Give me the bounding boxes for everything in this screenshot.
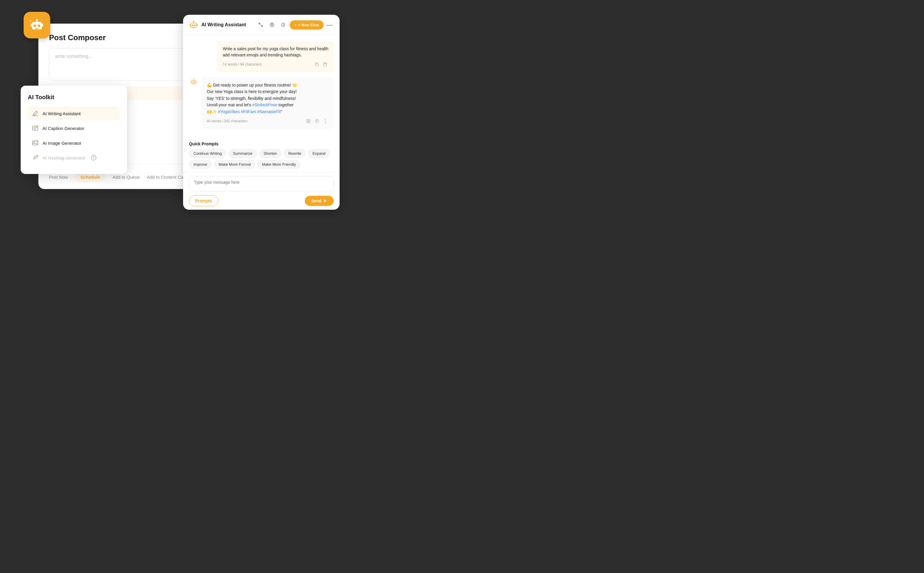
ai-message-meta: 40 words / 242 characters [207,119,247,123]
svg-text:✦: ✦ [41,19,43,21]
resize-icon-btn[interactable] [256,20,266,30]
toolkit-item-image[interactable]: AI Image Generator [28,136,120,150]
hashtag-link-2[interactable]: #YogaVibes [218,109,240,114]
toolkit-label-image: AI Image Generator [42,141,81,146]
svg-point-5 [36,19,38,21]
ai-bubble-actions: ⋮ [305,118,328,124]
writing-icon [32,110,38,117]
copy-icon-ai[interactable] [314,118,321,124]
save-icon[interactable] [322,61,328,67]
svg-point-20 [194,25,196,26]
toolkit-label-writing: AI Writing Assistant [42,111,81,116]
chip-improve[interactable]: Improve [189,160,212,169]
svg-rect-39 [309,119,310,121]
send-label: Send [311,199,321,203]
copy-icon[interactable] [314,61,320,67]
chip-make-formal[interactable]: Make More Formal [214,160,255,169]
panel-header: AI Writing Assistant [183,15,339,35]
ai-toolkit-title: AI Toolkit [28,94,120,101]
chat-input[interactable] [189,176,334,191]
header-icons: + + New Chat — [256,20,334,30]
prompts-button[interactable]: Prompts [189,196,218,206]
ai-assistant-panel: AI Writing Assistant [183,15,339,210]
user-message-meta: 14 words / 94 characters [223,62,261,66]
prompts-chips: Continue Writing Summarize Shorten Rewri… [189,149,334,169]
send-button[interactable]: Send [305,196,334,206]
svg-rect-36 [191,81,192,83]
svg-point-23 [193,21,194,22]
ai-message-text: 💪 Get ready to power up your fitness rou… [207,82,328,115]
quick-prompts-title: Quick Prompts [189,141,334,146]
user-message-text: Write a sales post for my yoga class for… [223,46,328,58]
svg-point-31 [192,82,194,83]
svg-point-35 [194,79,194,80]
chip-expand[interactable]: Expand [308,149,330,158]
toolkit-item-caption[interactable]: AI Caption Generator [28,121,120,135]
history-icon-btn[interactable] [278,20,288,30]
chip-rewrite[interactable]: Rewrite [284,149,306,158]
robot-icon-badge: ✦ ✦ · [23,12,50,38]
svg-text:·: · [31,29,32,31]
chip-continue-writing[interactable]: Continue Writing [189,149,226,158]
more-options-icon[interactable]: ⋮ [323,118,328,124]
user-bubble-meta: 14 words / 94 characters [223,61,328,67]
minimize-button[interactable]: — [325,22,334,28]
hashtag-link-3[interactable]: #FitFam [241,109,256,114]
svg-rect-37 [196,81,196,83]
hashtag-link-1[interactable]: #StrikeAPose [252,102,277,107]
send-icon [323,199,327,203]
ai-message-row: 💪 Get ready to power up your fitness rou… [189,77,334,129]
svg-point-14 [34,142,34,142]
svg-rect-38 [306,119,308,121]
svg-point-1 [34,25,36,27]
help-icon: ? [91,155,96,160]
new-chat-plus: + [294,23,297,27]
svg-rect-21 [193,27,195,27]
ai-bubble-meta: 40 words / 242 characters [207,118,328,124]
ai-avatar [189,77,199,86]
panel-title: AI Writing Assistant [202,22,253,27]
caption-icon [32,125,38,132]
svg-rect-24 [190,24,191,26]
svg-rect-6 [31,23,32,27]
svg-text:✦: ✦ [30,20,31,22]
svg-rect-40 [306,121,308,123]
panel-robot-icon [189,20,199,30]
dollar-icon-btn[interactable] [267,20,277,30]
quick-prompts-section: Quick Prompts Continue Writing Summarize… [183,141,339,172]
chat-input-area: Prompts Send [183,172,339,210]
ai-message-bubble: 💪 Get ready to power up your fitness rou… [202,77,334,129]
svg-rect-42 [316,120,319,122]
svg-point-19 [192,25,194,26]
tab-add-to-content[interactable]: Add to Content Cate [147,172,187,182]
user-message-bubble: Write a sales post for my yoga class for… [217,41,334,72]
toolkit-item-hashtag[interactable]: AI Hashtag Generator ? [28,151,120,164]
grid-icon[interactable] [305,118,311,124]
svg-rect-3 [36,28,38,29]
toolkit-item-writing[interactable]: AI Writing Assistant [28,106,120,120]
chip-shorten[interactable]: Shorten [259,149,282,158]
svg-rect-41 [309,121,310,123]
chat-body: Write a sales post for my yoga class for… [183,35,339,141]
bubble-actions [314,61,328,67]
toolkit-label-hashtag: AI Hashtag Generator [42,155,86,160]
hashtag-link-4[interactable]: #NamasteFit [257,109,281,114]
new-chat-button[interactable]: + + New Chat [290,20,324,30]
chip-make-friendly[interactable]: Make More Friendly [258,160,300,169]
image-icon [32,140,38,146]
svg-rect-7 [42,23,43,27]
svg-point-32 [194,82,195,83]
new-chat-label: + New Chat [298,23,319,27]
ai-toolkit-panel: AI Toolkit AI Writing Assistant AI Capti… [21,86,127,174]
hashtag-icon [32,155,38,161]
svg-rect-25 [197,24,197,26]
toolkit-label-caption: AI Caption Generator [42,126,84,131]
svg-rect-33 [194,83,194,84]
svg-rect-28 [316,64,318,66]
chip-summarize[interactable]: Summarize [228,149,257,158]
chat-input-footer: Prompts Send [189,196,334,206]
svg-point-2 [38,25,40,27]
